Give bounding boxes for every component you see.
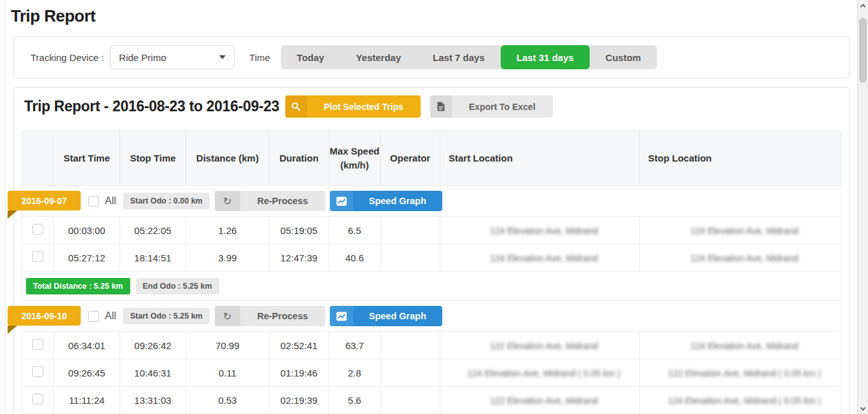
distance-cell: 0.53 xyxy=(186,387,269,414)
page-container: Trip Report Tracking Device : Ride Primo… xyxy=(5,0,857,414)
column-start-time: Start Time xyxy=(54,131,120,186)
ribbon-fold xyxy=(8,326,17,334)
vertical-scrollbar[interactable] xyxy=(857,0,868,414)
max-speed-cell: 2.8 xyxy=(329,359,381,387)
report-title: Trip Report - 2016-08-23 to 2016-09-23 xyxy=(24,98,280,115)
start-location-cell: 124 Elevation Ave, Midrand xyxy=(440,217,640,244)
trip-row: 11:11:24 13:31:03 0.53 02:19:39 5.6 122 … xyxy=(22,387,841,414)
speed-graph-button[interactable]: Speed Graph xyxy=(330,306,442,326)
time-button-custom[interactable]: Custom xyxy=(590,45,657,69)
date-ribbon: 2016-09-10 xyxy=(8,306,81,326)
max-speed-cell: 40.6 xyxy=(329,244,381,272)
date-ribbon: 2016-09-07 xyxy=(8,191,81,210)
export-to-excel-button[interactable]: Export To Excel xyxy=(430,95,553,118)
reprocess-label: Re-Process xyxy=(240,306,325,326)
all-label: All xyxy=(105,195,116,207)
start-time-cell: 09:26:45 xyxy=(54,359,120,387)
scroll-up-arrow[interactable] xyxy=(858,0,868,11)
plot-selected-trips-label: Plot Selected Trips xyxy=(307,95,421,118)
page-title: Trip Report xyxy=(6,0,857,35)
stop-time-cell: 18:14:51 xyxy=(120,244,186,272)
group-summary-row: Total Distance : 5.25 km End Odo : 5.25 … xyxy=(22,272,841,301)
start-time-cell: 11:11:24 xyxy=(54,387,120,414)
distance-cell: 0.11 xyxy=(186,359,269,387)
filter-panel: Tracking Device : Ride Primo Time Today … xyxy=(13,36,850,78)
reprocess-button[interactable]: ↻ Re-Process xyxy=(215,306,325,326)
start-location-cell: 124 Elevation Ave, Midrand xyxy=(440,244,640,272)
start-time-cell: 06:34:01 xyxy=(54,332,120,359)
select-all-checkbox[interactable] xyxy=(88,196,99,207)
line-chart-icon xyxy=(330,191,353,211)
tracking-device-select[interactable]: Ride Primo xyxy=(110,45,234,69)
trip-report-page: Trip Report Tracking Device : Ride Primo… xyxy=(0,0,857,414)
operator-cell xyxy=(381,359,440,387)
column-max-speed: Max Speed (km/h) xyxy=(329,131,381,186)
search-icon xyxy=(285,95,307,118)
row-checkbox[interactable] xyxy=(32,394,43,404)
trips-table: Start Time Stop Time Distance (km) Durat… xyxy=(22,130,841,414)
distance-cell: 3.99 xyxy=(186,244,269,272)
start-location-cell: 124 Elevation Ave, Midrand ( 0.05 km ) xyxy=(440,359,640,387)
max-speed-cell: 5.6 xyxy=(329,387,381,414)
date-group-row: 2016-09-07 All Start Odo : 0.00 km ↻ Re-… xyxy=(22,186,841,217)
refresh-icon: ↻ xyxy=(215,306,240,326)
operator-cell xyxy=(381,244,440,272)
max-speed-cell: 6.5 xyxy=(329,217,381,244)
row-checkbox[interactable] xyxy=(32,224,43,235)
distance-cell: 1.26 xyxy=(186,217,269,244)
report-header: Trip Report - 2016-08-23 to 2016-09-23 P… xyxy=(24,95,841,118)
plot-selected-trips-button[interactable]: Plot Selected Trips xyxy=(285,95,421,118)
speed-graph-label: Speed Graph xyxy=(353,306,442,326)
stop-location-cell: 124 Elevation Ave, Midrand ( 0.05 km ) xyxy=(640,387,841,414)
row-checkbox[interactable] xyxy=(32,366,43,377)
date-group-row: 2016-09-10 All Start Odo : 5.25 km ↻ Re-… xyxy=(22,301,841,332)
select-all-checkbox[interactable] xyxy=(88,311,99,322)
tracking-device-value: Ride Primo xyxy=(119,52,166,63)
stop-time-cell: 09:26:42 xyxy=(120,332,186,359)
export-to-excel-label: Export To Excel xyxy=(452,95,553,118)
duration-cell: 02:52:41 xyxy=(269,332,329,359)
row-checkbox[interactable] xyxy=(32,251,43,262)
time-button-last-31-days[interactable]: Last 31 days xyxy=(501,45,590,69)
start-odo-badge: Start Odo : 5.25 km xyxy=(123,308,210,324)
time-button-last-7-days[interactable]: Last 7 days xyxy=(417,45,501,69)
file-icon xyxy=(430,95,452,118)
scrollbar-thumb[interactable] xyxy=(859,18,867,83)
stop-location-cell: 124 Elevation Ave, Midrand xyxy=(640,244,841,272)
trip-row: 00:03:00 05:22:05 1.26 05:19:05 6.5 124 … xyxy=(22,217,841,244)
column-operator: Operator xyxy=(381,131,440,186)
start-odo-badge: Start Odo : 0.00 km xyxy=(123,193,210,209)
reprocess-label: Re-Process xyxy=(240,191,325,211)
operator-cell xyxy=(381,387,440,414)
speed-graph-button[interactable]: Speed Graph xyxy=(330,191,442,211)
column-stop-location: Stop Location xyxy=(640,131,841,186)
column-distance: Distance (km) xyxy=(186,131,269,186)
reprocess-button[interactable]: ↻ Re-Process xyxy=(215,191,325,211)
column-duration: Duration xyxy=(269,131,329,186)
time-range-button-group: Today Yesterday Last 7 days Last 31 days… xyxy=(281,45,657,69)
time-button-yesterday[interactable]: Yesterday xyxy=(340,45,417,69)
total-distance-badge: Total Distance : 5.25 km xyxy=(26,278,130,294)
all-label: All xyxy=(105,310,116,322)
trip-row: 06:34:01 09:26:42 70.99 02:52:41 63.7 12… xyxy=(22,332,841,359)
stop-location-cell: 122 Elevation Ave, Midrand ( 0.05 km ) xyxy=(640,359,841,387)
ribbon-fold xyxy=(8,210,17,219)
caret-down-icon xyxy=(219,55,226,59)
stop-time-cell: 10:46:31 xyxy=(120,359,186,387)
start-location-cell: 122 Elevation Ave, Midrand xyxy=(440,332,640,359)
speed-graph-label: Speed Graph xyxy=(353,191,442,211)
end-odo-badge: End Odo : 5.25 km xyxy=(136,278,219,294)
row-checkbox[interactable] xyxy=(32,339,43,350)
tracking-device-label: Tracking Device : xyxy=(31,52,104,63)
stop-location-cell: 124 Elevation Ave, Midrand xyxy=(640,332,841,359)
report-panel: Trip Report - 2016-08-23 to 2016-09-23 P… xyxy=(13,87,850,414)
time-button-today[interactable]: Today xyxy=(281,45,340,69)
table-header-row: Start Time Stop Time Distance (km) Durat… xyxy=(22,131,841,186)
operator-cell xyxy=(381,217,440,244)
max-speed-cell: 63.7 xyxy=(329,332,381,359)
column-stop-time: Stop Time xyxy=(120,131,186,186)
scroll-down-arrow[interactable] xyxy=(858,403,868,414)
distance-cell: 70.99 xyxy=(186,332,269,359)
refresh-icon: ↻ xyxy=(215,191,240,211)
column-start-location: Start Location xyxy=(440,131,640,186)
